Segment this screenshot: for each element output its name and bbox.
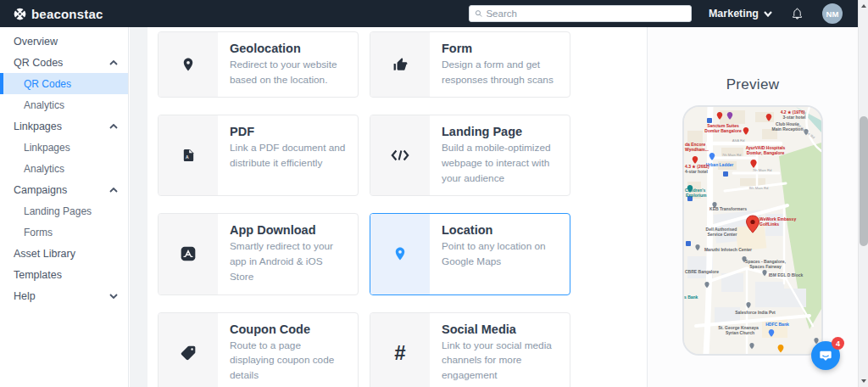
card-description: Design a form and get responses through … (442, 58, 559, 87)
svg-text:ASA Rd: ASA Rd (732, 138, 745, 143)
preview-title: Preview (648, 76, 858, 93)
preview-panel: Preview (647, 27, 858, 387)
notifications-bell-icon[interactable] (791, 7, 804, 20)
sidebar-item-campaigns[interactable]: Campaigns (0, 179, 128, 200)
card-description: Build a mobile-optimized webpage to inte… (442, 141, 559, 186)
chevron-down-icon (764, 11, 772, 17)
thumbs-up-icon (370, 32, 430, 97)
pdf-file-icon: A (159, 115, 218, 195)
card-social-media[interactable]: # Social Media Link to your social media… (370, 312, 570, 387)
svg-text:HDFC Bank: HDFC Bank (765, 322, 789, 327)
chevron-up-icon (109, 188, 118, 193)
top-navbar: beaconstac Marketing NM (0, 0, 858, 27)
card-description: Redirect to your website based on the lo… (230, 58, 348, 87)
card-title: Coupon Code (230, 322, 348, 336)
card-description: Point to any location on Google Maps (442, 239, 559, 269)
brand-logo[interactable]: beaconstac (14, 7, 103, 21)
card-location-selected[interactable]: Location Point to any location on Google… (370, 213, 570, 294)
card-title: App Download (230, 223, 348, 237)
card-title: Landing Page (442, 125, 559, 138)
sidebar-item-landing-pages[interactable]: Landing Pages (0, 200, 128, 222)
scrollbar-down-arrow[interactable] (861, 379, 866, 383)
chat-bubble-icon (819, 349, 832, 362)
svg-text:Explorium: Explorium (686, 193, 707, 198)
sidebar-nav: Overview QR Codes QR Codes Analytics Lin… (0, 27, 129, 387)
svg-text:Urban Ladder: Urban Ladder (706, 162, 734, 167)
card-pdf[interactable]: A PDF Link a PDF document and distribute… (158, 115, 359, 196)
svg-text:KEB Transformers: KEB Transformers (709, 206, 747, 211)
qr-type-picker: Geolocation Redirect to your website bas… (147, 27, 647, 387)
sidebar-item-qr-codes[interactable]: QR Codes (0, 52, 128, 73)
scrollbar-thumb[interactable] (860, 116, 868, 246)
chevron-down-icon (109, 294, 118, 299)
tag-icon (159, 313, 218, 387)
svg-text:GolfLinks: GolfLinks (760, 222, 779, 227)
chat-unread-badge: 4 (832, 337, 844, 350)
sidebar-item-forms[interactable]: Forms (0, 222, 128, 243)
logo-text: beaconstac (31, 7, 103, 21)
page-scrollbar[interactable] (858, 0, 868, 387)
svg-text:CBRE Bangalore: CBRE Bangalore (685, 269, 719, 274)
card-form[interactable]: Form Design a form and get responses thr… (370, 31, 570, 98)
card-title: Form (442, 42, 559, 55)
app-store-icon (159, 214, 218, 294)
global-search[interactable] (469, 5, 692, 22)
chevron-up-icon (109, 60, 118, 65)
avatar-initials: NM (826, 9, 839, 19)
beaconstac-logo-icon (14, 8, 26, 20)
user-avatar[interactable]: NM (822, 3, 843, 24)
sidebar-item-help[interactable]: Help (0, 285, 128, 306)
code-icon (370, 115, 430, 195)
card-coupon-code[interactable]: Coupon Code Route to a page displaying c… (158, 312, 359, 387)
svg-text:Service Center: Service Center (707, 232, 737, 237)
sidebar-item-linkpages-sub[interactable]: Linkpages (0, 137, 128, 158)
svg-text:Wyndham...: Wyndham... (685, 147, 709, 152)
card-geolocation[interactable]: Geolocation Redirect to your website bas… (158, 31, 359, 98)
sidebar-item-overview[interactable]: Overview (0, 31, 128, 52)
svg-text:s Bank: s Bank (684, 294, 698, 300)
svg-text:Syrian Church: Syrian Church (726, 330, 754, 335)
chevron-up-icon (109, 124, 118, 129)
svg-text:7th Main Rd: 7th Main Rd (753, 168, 772, 172)
svg-text:7th Main Rd: 7th Main Rd (722, 153, 742, 157)
sidebar-item-linkpages[interactable]: Linkpages (0, 115, 128, 137)
sidebar-item-qr-codes-sub[interactable]: QR Codes (0, 73, 128, 94)
location-pin-icon (370, 214, 430, 294)
svg-text:8th Main Rd: 8th Main Rd (749, 186, 769, 190)
scroll-gutter[interactable] (130, 27, 147, 387)
svg-text:Spaces Fairway: Spaces Fairway (749, 264, 782, 269)
svg-text:3-star hotel: 3-star hotel (783, 115, 807, 120)
svg-text:Domlur Bangalore: Domlur Bangalore (704, 128, 742, 133)
sidebar-item-qr-analytics[interactable]: Analytics (0, 94, 128, 115)
sidebar-item-templates[interactable]: Templates (0, 264, 128, 285)
workspace-name: Marketing (709, 8, 759, 20)
card-title: PDF (230, 125, 348, 138)
sidebar-item-linkpages-analytics[interactable]: Analytics (0, 158, 128, 179)
svg-text:A: A (185, 155, 188, 160)
svg-text:Maruthi Infotech Center: Maruthi Infotech Center (704, 247, 752, 252)
card-landing-page[interactable]: Landing Page Build a mobile-optimized we… (370, 115, 570, 196)
google-map-preview[interactable]: Sanctum Suites Domlur Bangalore 4.2 ★ (1… (684, 107, 821, 354)
hashtag-icon: # (370, 313, 430, 387)
card-description: Link a PDF document and distribute it ef… (230, 141, 348, 171)
svg-text:Salesforce India Pvt: Salesforce India Pvt (735, 310, 776, 315)
card-title: Social Media (442, 322, 559, 336)
svg-text:IBM EGL D Block: IBM EGL D Block (769, 272, 804, 278)
map-pin-icon (159, 32, 218, 97)
sidebar-item-asset-library[interactable]: Asset Library (0, 243, 128, 264)
card-app-download[interactable]: App Download Smartly redirect to your ap… (158, 213, 359, 294)
card-description: Smartly redirect to your app in Android … (230, 239, 348, 284)
svg-text:Domlur, Bangalore: Domlur, Bangalore (747, 150, 785, 155)
card-title: Geolocation (230, 42, 348, 55)
search-icon (475, 9, 482, 18)
search-input[interactable] (486, 8, 686, 19)
scrollbar-up-arrow[interactable] (861, 4, 866, 8)
svg-text:4-star hotel: 4-star hotel (685, 169, 709, 174)
workspace-dropdown[interactable]: Marketing (709, 8, 772, 20)
phone-preview-frame: Sanctum Suites Domlur Bangalore 4.2 ★ (1… (682, 105, 823, 356)
card-title: Location (442, 223, 559, 237)
card-description: Link to your social media channels for m… (442, 339, 559, 384)
card-description: Route to a page displaying coupon code d… (230, 339, 348, 384)
